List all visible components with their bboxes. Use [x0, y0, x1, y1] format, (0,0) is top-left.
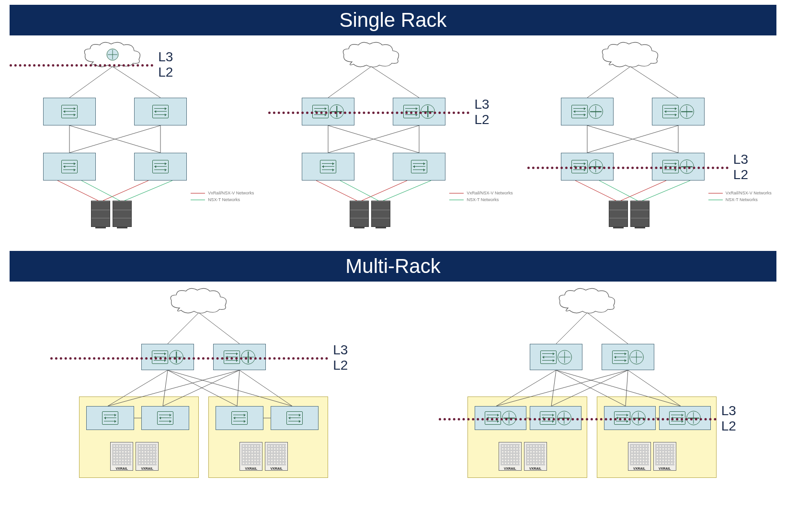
- spine-switch-1: [561, 98, 614, 125]
- legend-nsxt: NSX-T Networks: [726, 196, 758, 203]
- l2-label: L2: [333, 358, 348, 372]
- l2-label: L2: [158, 65, 173, 79]
- svg-line-46: [587, 313, 628, 344]
- switch-icon: [152, 160, 169, 173]
- rack-node-1-2: VXRAIL: [524, 442, 547, 471]
- svg-line-16: [328, 125, 419, 153]
- rack-node-2-1: VXRAIL: [628, 442, 651, 471]
- server-2: [371, 201, 390, 227]
- cloud-icon: [340, 40, 402, 69]
- l2-l3-boundary: [268, 112, 469, 114]
- rack-node-1-1: VXRAIL: [110, 442, 133, 471]
- rack-node-2-2: VXRAIL: [653, 442, 676, 471]
- switch-icon: [411, 160, 427, 173]
- rack-node-2-1: VXRAIL: [239, 442, 262, 471]
- switch-icon: [152, 105, 169, 118]
- svg-line-11: [81, 181, 120, 201]
- diagram-mr2: VXRAIL VXRAIL VXRAIL VXRAIL L3 L2: [439, 286, 736, 487]
- rack-node-2-2: VXRAIL: [265, 442, 288, 471]
- server-1: [91, 201, 110, 227]
- svg-line-33: [168, 313, 199, 344]
- single-rack-row: VxRail/NSX-V Networks NSX-T Networks L3 …: [5, 40, 781, 232]
- diagram-mr1: VXRAIL VXRAIL VXRAIL VXRAIL L3 L2: [50, 286, 347, 487]
- l2-l3-boundary: [50, 357, 328, 360]
- legend: VxRail/NSX-V Networks NSX-T Networks: [708, 190, 772, 203]
- svg-line-20: [362, 181, 407, 201]
- svg-line-6: [69, 125, 160, 153]
- svg-line-24: [630, 67, 678, 98]
- router-icon: [589, 104, 603, 119]
- legend-vxrail: VxRail/NSX-V Networks: [467, 190, 513, 196]
- svg-line-12: [125, 181, 172, 201]
- spine-switch-2: [652, 98, 705, 125]
- switch-icon: [662, 105, 679, 118]
- switch-icon: [231, 411, 248, 425]
- svg-line-14: [371, 67, 419, 98]
- svg-line-9: [57, 181, 98, 201]
- rack-switch-1b: [141, 406, 189, 430]
- spine-switch-1: [530, 344, 582, 370]
- legend-nsxt: NSX-T Networks: [467, 196, 499, 203]
- l3-label: L3: [333, 343, 348, 357]
- switch-icon: [61, 105, 78, 118]
- rack-node-1-1: VXRAIL: [499, 442, 522, 471]
- l2-label: L2: [733, 168, 748, 181]
- cloud-icon: [556, 286, 618, 315]
- svg-line-17: [328, 125, 419, 153]
- svg-line-4: [113, 67, 160, 98]
- server-2: [113, 201, 132, 227]
- section-header-multi-rack: Multi-Rack: [10, 251, 776, 282]
- spine-switch-2: [602, 344, 654, 370]
- svg-line-10: [103, 181, 148, 201]
- leaf-switch-1: [43, 153, 96, 181]
- switch-icon: [157, 411, 173, 425]
- l2-label: L2: [721, 419, 736, 433]
- svg-line-23: [587, 67, 630, 98]
- router-icon: [629, 350, 644, 364]
- legend-nsxt: NSX-T Networks: [208, 196, 240, 203]
- rack-switch-2b: [271, 406, 319, 430]
- cloud-icon: [168, 286, 230, 315]
- section-header-single-rack: Single Rack: [10, 5, 776, 35]
- svg-line-19: [316, 181, 357, 201]
- rack-switch-1a: [86, 406, 134, 430]
- svg-line-3: [69, 67, 113, 98]
- spine-switch-1: [43, 98, 96, 125]
- router-icon: [680, 104, 694, 119]
- rack-switch-2a: [216, 406, 263, 430]
- server-1: [609, 201, 628, 227]
- spine-switch-2: [134, 98, 187, 125]
- l3-label: L3: [733, 152, 748, 166]
- svg-line-22: [383, 181, 431, 201]
- l3-label: L3: [721, 404, 736, 418]
- l2-l3-boundary: [527, 167, 729, 169]
- diagram-sr2: VxRail/NSX-V Networks NSX-T Networks L3 …: [268, 40, 517, 232]
- leaf-switch-2: [134, 153, 187, 181]
- legend-vxrail: VxRail/NSX-V Networks: [208, 190, 254, 196]
- svg-line-29: [575, 181, 616, 201]
- svg-line-32: [642, 181, 690, 201]
- router-icon: [558, 350, 572, 364]
- switch-icon: [61, 160, 78, 173]
- svg-line-13: [328, 67, 371, 98]
- legend: VxRail/NSX-V Networks NSX-T Networks: [191, 190, 254, 203]
- server-2: [630, 201, 649, 227]
- server-1: [350, 201, 369, 227]
- switch-icon: [571, 105, 588, 118]
- svg-line-30: [621, 181, 666, 201]
- rack-node-1-2: VXRAIL: [136, 442, 159, 471]
- leaf-switch-1: [302, 153, 354, 181]
- l3-label: L3: [158, 50, 173, 64]
- l2-l3-boundary: [439, 418, 717, 420]
- legend-vxrail: VxRail/NSX-V Networks: [726, 190, 772, 196]
- svg-line-26: [587, 125, 678, 153]
- svg-line-27: [587, 125, 678, 153]
- diagram-sr1: VxRail/NSX-V Networks NSX-T Networks L3 …: [10, 40, 259, 232]
- cloud-icon: [599, 40, 661, 69]
- switch-icon: [102, 411, 118, 425]
- switch-icon: [320, 160, 336, 173]
- switch-icon: [286, 411, 303, 425]
- leaf-switch-2: [393, 153, 445, 181]
- legend: VxRail/NSX-V Networks NSX-T Networks: [449, 190, 513, 203]
- l3-label: L3: [474, 97, 489, 111]
